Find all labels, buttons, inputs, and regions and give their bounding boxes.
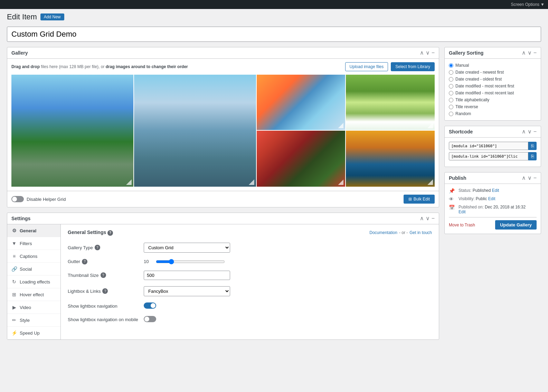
gallery-collapse-up-btn[interactable]: ∧ — [420, 50, 424, 56]
gallery-item[interactable] — [257, 75, 346, 130]
visibility-edit-link[interactable]: Edit — [488, 196, 495, 201]
settings-nav-filters[interactable]: ▼ Filters — [7, 237, 60, 250]
settings-nav-general[interactable]: ⚙ General — [7, 224, 60, 237]
gallery-toolbar: Drag and drop files here (max 128 MB per… — [7, 59, 439, 75]
gallery-type-help[interactable]: ? — [95, 245, 100, 250]
status-edit-link[interactable]: Edit — [492, 188, 499, 193]
resize-handle[interactable] — [126, 179, 132, 185]
shortcode-down-btn[interactable]: ∨ — [528, 129, 532, 134]
sorting-toggle-btn[interactable]: − — [533, 50, 537, 56]
settings-nav-loading[interactable]: ↻ Loading effects — [7, 276, 60, 288]
gallery-type-select[interactable]: Custom Grid Slider Masonry — [144, 243, 230, 253]
publish-status-info: Status: Published Edit — [459, 188, 499, 193]
gallery-type-row: Gallery Type ? Custom Grid Slider Masonr… — [68, 243, 432, 253]
screen-options-arrow: ▼ — [540, 2, 545, 7]
update-gallery-button[interactable]: Update Gallery — [495, 220, 537, 230]
upload-images-button[interactable]: Upload image files — [345, 62, 388, 71]
lightbox-select[interactable]: FancyBox None Custom Link — [144, 286, 230, 296]
gallery-item[interactable] — [11, 75, 133, 187]
general-settings-help[interactable]: ? — [107, 230, 113, 236]
gallery-item[interactable] — [346, 131, 435, 187]
thumbnail-size-input[interactable] — [144, 271, 230, 280]
lightbox-help[interactable]: ? — [102, 288, 108, 294]
gallery-buttons: Upload image files Select from Library — [345, 62, 435, 71]
publish-up-btn[interactable]: ∧ — [522, 175, 526, 181]
resize-handle[interactable] — [338, 179, 343, 185]
sorting-date-newest[interactable]: Date created - newest first — [449, 70, 537, 75]
screen-options-button[interactable]: Screen Options ▼ — [511, 2, 545, 7]
gallery-item[interactable] — [346, 75, 435, 130]
status-label: Status: — [459, 188, 471, 193]
resize-handle[interactable] — [338, 123, 343, 128]
sorting-modified-recent-radio[interactable] — [449, 84, 453, 88]
get-in-touch-link[interactable]: Get in touch — [409, 230, 432, 235]
sorting-random-radio[interactable] — [449, 112, 453, 116]
settings-toggle-btn[interactable]: − — [432, 216, 435, 221]
sorting-modified-recent[interactable]: Date modified - most recent first — [449, 84, 537, 88]
shortcode-input-1[interactable] — [449, 142, 528, 150]
shortcode-up-btn[interactable]: ∧ — [522, 129, 526, 134]
hover-icon: ⊞ — [11, 292, 17, 297]
lightbox-row: Lightbox & Links ? FancyBox None Custom … — [68, 286, 432, 296]
settings-collapse-down-btn[interactable]: ∨ — [426, 216, 430, 221]
shortcode-copy-btn-1[interactable]: ⎘ — [528, 142, 537, 150]
add-new-button[interactable]: Add New — [40, 13, 64, 20]
shortcode-input-2[interactable] — [449, 152, 528, 160]
sorting-title-alpha[interactable]: Title alphabetically — [449, 97, 537, 102]
sorting-modified-last[interactable]: Date modified - most recent last — [449, 91, 537, 95]
resize-handle[interactable] — [427, 123, 433, 128]
settings-nav-social[interactable]: 🔗 Social — [7, 263, 60, 276]
publish-down-btn[interactable]: ∨ — [528, 175, 532, 181]
sorting-date-newest-radio[interactable] — [449, 70, 453, 75]
select-from-library-button[interactable]: Select from Library — [391, 62, 435, 71]
thumbnail-size-help[interactable]: ? — [101, 272, 106, 278]
thumbnail-size-label: Thumbnail Size ? — [68, 272, 144, 278]
sorting-random[interactable]: Random — [449, 111, 537, 116]
shortcode-field-2: ⎘ — [449, 152, 537, 160]
resize-handle[interactable] — [249, 179, 254, 185]
gallery-footer: Disable Helper Grid ⊞ Bulk Edit — [7, 191, 439, 207]
sorting-manual[interactable]: Manual — [449, 63, 537, 68]
bulk-edit-button[interactable]: ⊞ Bulk Edit — [404, 195, 435, 204]
settings-collapse-up-btn[interactable]: ∧ — [420, 216, 424, 221]
publish-date-info: Published on: Dec 20, 2018 at 16:32 Edit — [459, 205, 526, 214]
settings-links-divider: - or - — [399, 230, 408, 235]
sorting-down-btn[interactable]: ∨ — [528, 50, 532, 56]
sorting-manual-radio[interactable] — [449, 63, 453, 68]
settings-nav-video[interactable]: ▶ Video — [7, 301, 60, 314]
lightbox-nav-row: Show lightbox navigation — [68, 302, 432, 310]
visibility-value: Public — [476, 196, 487, 201]
sorting-modified-last-radio[interactable] — [449, 91, 453, 95]
published-edit-link[interactable]: Edit — [459, 209, 466, 214]
settings-nav-captions[interactable]: ≡ Captions — [7, 250, 60, 263]
item-title-input[interactable] — [7, 27, 541, 42]
sorting-title-reverse-radio[interactable] — [449, 105, 453, 109]
settings-nav-speedup[interactable]: ⚡ Speed Up — [7, 327, 60, 339]
sorting-up-btn[interactable]: ∧ — [522, 50, 526, 56]
sorting-title-reverse[interactable]: Title reverse — [449, 104, 537, 109]
gallery-item[interactable] — [257, 131, 346, 187]
sorting-date-oldest-radio[interactable] — [449, 77, 453, 82]
move-to-trash-link[interactable]: Move to Trash — [449, 223, 475, 227]
shortcode-copy-btn-2[interactable]: ⎘ — [528, 152, 537, 160]
gallery-item[interactable] — [134, 75, 256, 187]
gutter-help[interactable]: ? — [82, 259, 87, 264]
lightbox-nav-toggle[interactable] — [144, 302, 156, 309]
resize-handle[interactable] — [427, 179, 433, 185]
settings-nav-style[interactable]: ✏ Style — [7, 314, 60, 327]
gallery-toggle-btn[interactable]: − — [432, 50, 435, 56]
shortcode-title: Shortcode — [449, 129, 473, 134]
disable-helper-toggle[interactable] — [11, 196, 24, 202]
publish-toggle-btn[interactable]: − — [533, 175, 537, 181]
calendar-icon: 📅 — [449, 205, 456, 210]
gallery-panel-header: Gallery ∧ ∨ − — [7, 47, 439, 59]
settings-nav-hover-label: Hover effect — [20, 292, 44, 297]
documentation-link[interactable]: Documentation — [369, 230, 397, 235]
sorting-title-alpha-radio[interactable] — [449, 98, 453, 102]
settings-nav-hover[interactable]: ⊞ Hover effect — [7, 288, 60, 301]
lightbox-nav-mobile-toggle[interactable] — [144, 316, 156, 322]
gutter-slider[interactable] — [156, 259, 225, 264]
sorting-date-oldest[interactable]: Date created - oldest first — [449, 77, 537, 82]
gallery-collapse-down-btn[interactable]: ∨ — [426, 50, 430, 56]
shortcode-toggle-btn[interactable]: − — [533, 129, 537, 134]
